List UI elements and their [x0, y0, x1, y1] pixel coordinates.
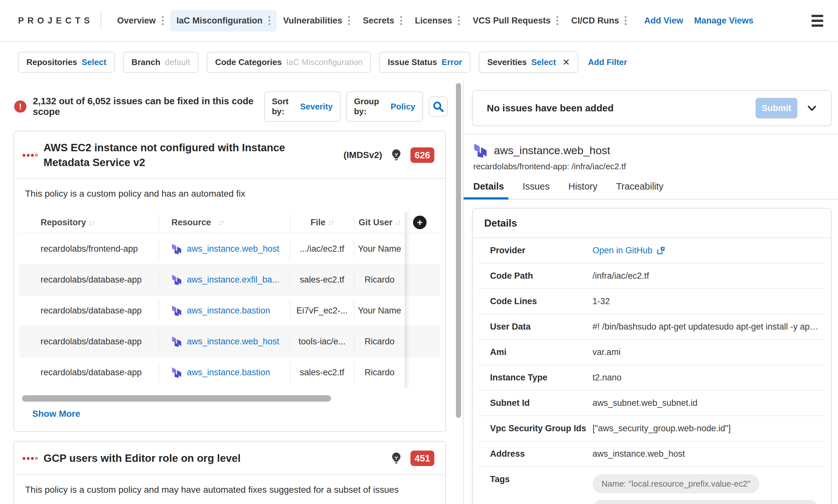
- kebab-menu-icon[interactable]: [557, 16, 558, 25]
- filter-value[interactable]: Select: [82, 57, 107, 67]
- vertical-scrollbar[interactable]: [456, 83, 461, 418]
- policy-title: GCP users with Editor role on org level: [44, 451, 241, 466]
- repository-cell: recardolabs/database-app: [19, 367, 158, 378]
- detail-label: Tags: [478, 474, 593, 484]
- add-column-button[interactable]: +: [413, 216, 427, 229]
- kebab-menu-icon[interactable]: [400, 16, 402, 25]
- sort-arrows-icon[interactable]: ↓↑: [89, 218, 94, 227]
- app-root: PROJECTS Overview IaC Misconfiguration V…: [0, 0, 838, 504]
- sort-by-button[interactable]: Sort by: Severity: [264, 91, 341, 122]
- detail-value: 1-32: [593, 296, 825, 306]
- submit-button[interactable]: Submit: [755, 98, 798, 119]
- nav-tab-overview[interactable]: Overview: [111, 10, 170, 32]
- detail-row-address: Address aws_instance.web_host: [478, 442, 825, 467]
- kebab-menu-icon[interactable]: [348, 16, 350, 25]
- policy-card-header[interactable]: GCP users with Editor role on org level …: [14, 442, 445, 474]
- issue-count-badge: 451: [410, 451, 434, 466]
- search-button[interactable]: [429, 96, 447, 116]
- nav-tab-cicd-runs[interactable]: CI/CD Runs: [565, 10, 633, 32]
- table-row[interactable]: recardolabs/database-app aws_instance.ba…: [19, 295, 440, 326]
- nav-tab-licenses[interactable]: Licenses: [409, 10, 466, 32]
- summary-controls: Sort by: Severity Group by: Policy: [264, 91, 447, 122]
- filter-issue-status[interactable]: Issue Status Error: [379, 52, 471, 73]
- nav-tab-label: Licenses: [415, 16, 452, 26]
- detail-label: Ami: [478, 347, 593, 357]
- sort-arrows-icon[interactable]: ↓↑: [395, 218, 400, 227]
- table-row[interactable]: recardolabs/database-app aws_instance.ex…: [19, 264, 440, 295]
- policy-header-right: 451: [391, 451, 434, 466]
- resource-link[interactable]: aws_instance.web_host: [187, 337, 279, 347]
- terraform-icon: [171, 336, 182, 347]
- kebab-menu-icon[interactable]: [162, 16, 164, 25]
- filter-value[interactable]: Error: [442, 57, 462, 67]
- manage-views-link[interactable]: Manage Views: [694, 16, 753, 26]
- hamburger-menu-icon[interactable]: [810, 13, 825, 29]
- filter-repositories[interactable]: Repositories Select: [18, 52, 115, 73]
- resource-cell: aws_instance.web_host: [158, 238, 290, 259]
- group-by-button[interactable]: Group by: Policy: [346, 91, 423, 122]
- table-row[interactable]: recardolabs/database-app aws_instance.we…: [19, 326, 440, 357]
- add-filter-link[interactable]: Add Filter: [588, 57, 627, 67]
- filter-value[interactable]: Select: [531, 57, 556, 67]
- nav-tab-secrets[interactable]: Secrets: [356, 10, 409, 32]
- banner-actions: Submit: [755, 98, 819, 119]
- chevron-down-icon[interactable]: [805, 102, 819, 115]
- sort-arrows-icon[interactable]: ↓↑: [328, 218, 334, 227]
- group-by-value[interactable]: Policy: [391, 102, 415, 112]
- resource-link[interactable]: aws_instance.web_host: [187, 244, 279, 254]
- tab-traceability[interactable]: Traceability: [616, 181, 663, 199]
- nav-tab-iac-misconfiguration[interactable]: IaC Misconfiguration: [170, 10, 277, 32]
- sort-arrows-icon[interactable]: ↓↑: [218, 218, 224, 227]
- tab-details[interactable]: Details: [473, 181, 504, 199]
- add-view-link[interactable]: Add View: [644, 16, 683, 26]
- table-row[interactable]: recardolabs/database-app aws_instance.ba…: [19, 357, 440, 388]
- column-header-resource[interactable]: Resource↓↑: [158, 214, 290, 231]
- file-cell: .../iac/ec2.tf: [290, 238, 354, 259]
- table-gutter: [405, 265, 440, 295]
- table-row[interactable]: recardolabs/frontend-app aws_instance.we…: [19, 233, 440, 264]
- lightbulb-icon: [391, 452, 402, 465]
- kebab-menu-icon[interactable]: [268, 16, 270, 25]
- filter-value[interactable]: IaC Misconfiguration: [286, 57, 362, 67]
- horizontal-scrollbar[interactable]: [22, 395, 331, 402]
- tab-issues[interactable]: Issues: [523, 181, 550, 199]
- filter-code-categories[interactable]: Code Categories IaC Misconfiguration: [207, 52, 371, 73]
- detail-label: Subnet Id: [478, 398, 593, 408]
- policy-card-header[interactable]: AWS EC2 instance not configured with Ins…: [14, 131, 445, 178]
- table-gutter: +: [405, 212, 440, 233]
- detail-tabs: Details Issues History Traceability: [464, 181, 838, 200]
- column-header-git-user[interactable]: Git User↓↑: [354, 214, 405, 231]
- repository-cell: recardolabs/database-app: [19, 275, 158, 285]
- tab-history[interactable]: History: [568, 181, 597, 199]
- sort-by-value[interactable]: Severity: [300, 102, 332, 112]
- filter-label: Severities: [487, 57, 527, 67]
- table-header-row: Repository↓↑ Resource↓↑ File↓↑ Git User↓…: [19, 212, 440, 233]
- filter-branch[interactable]: Branch default: [123, 52, 199, 73]
- open-in-github-link[interactable]: Open in GitHub: [593, 246, 665, 255]
- kebab-menu-icon[interactable]: [458, 16, 460, 25]
- show-more-link[interactable]: Show More: [32, 409, 80, 419]
- remove-filter-icon[interactable]: ✕: [563, 57, 570, 68]
- nav-tab-vulnerabilities[interactable]: Vulnerabilities: [277, 10, 357, 32]
- nav-tab-vcs-pull-requests[interactable]: VCS Pull Requests: [466, 10, 565, 32]
- resource-link[interactable]: aws_instance.bastion: [187, 367, 270, 378]
- resource-name: aws_instance.web_host: [494, 144, 610, 157]
- table-gutter: [405, 295, 440, 326]
- column-header-repository[interactable]: Repository↓↑: [19, 218, 158, 228]
- lightbulb-icon: [391, 149, 402, 162]
- resource-link[interactable]: aws_instance.bastion: [187, 306, 270, 316]
- policy-description: This policy is a custom policy and has a…: [14, 179, 445, 199]
- detail-row-code-path: Code Path /infra/iac/ec2.tf: [478, 264, 825, 289]
- column-header-file[interactable]: File↓↑: [290, 214, 354, 231]
- kebab-menu-icon[interactable]: [625, 16, 627, 25]
- filter-value[interactable]: default: [165, 57, 190, 67]
- brand-divider: [101, 11, 101, 30]
- nav-tab-label: Vulnerabilities: [283, 16, 342, 26]
- detail-label: Provider: [478, 246, 593, 255]
- fixable-issues-summary: 2,132 out of 6,052 issues can be fixed i…: [33, 96, 264, 117]
- filter-label: Repositories: [27, 57, 77, 67]
- terraform-icon: [171, 243, 182, 254]
- filter-severities[interactable]: Severities Select ✕: [479, 52, 578, 73]
- external-link-icon: [656, 246, 665, 255]
- resource-link[interactable]: aws_instance.exfil_ba...: [187, 275, 279, 285]
